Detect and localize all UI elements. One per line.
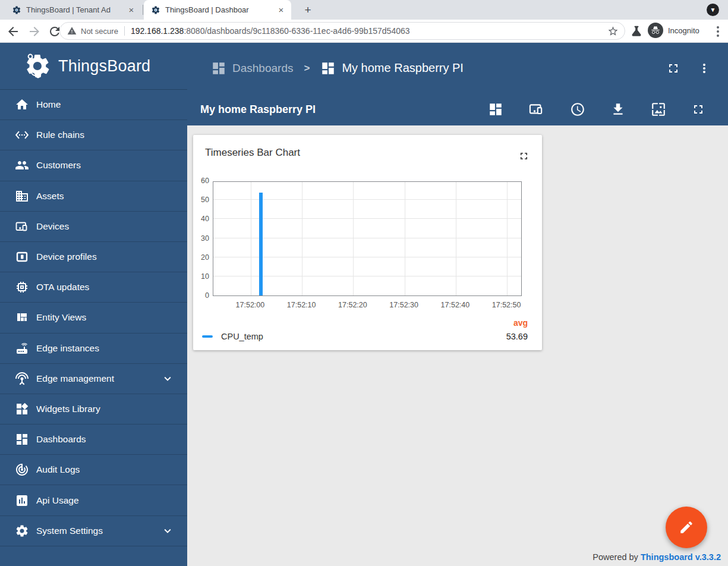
legend-row[interactable]: CPU_temp 53.69 (202, 332, 528, 341)
sidebar-item-dashboards[interactable]: Dashboards (0, 424, 187, 455)
export-download-icon[interactable] (610, 102, 626, 117)
thingsboard-logo[interactable]: ThingsBoard (0, 43, 187, 90)
url-text: 192.168.1.238:8080/dashboards/9c118360-6… (131, 26, 607, 36)
browser-tab-dashboard[interactable]: ThingsBoard | Dashboar × (144, 0, 291, 20)
sidebar-item-home[interactable]: Home (0, 90, 187, 120)
dashboard-image-icon[interactable] (651, 102, 666, 117)
edge-management-icon (15, 372, 29, 386)
thingsboard-favicon-icon (12, 5, 21, 15)
gridline-vertical (251, 182, 251, 295)
ota-updates-icon (15, 280, 29, 294)
thingsboard-logo-icon (23, 52, 52, 80)
fullscreen-icon[interactable] (666, 61, 680, 76)
sidebar-item-ota-updates[interactable]: OTA updates (0, 272, 187, 303)
url-bar[interactable]: Not secure 192.168.1.238:8080/dashboards… (59, 22, 625, 40)
x-axis-tick-label: 17:52:20 (327, 301, 378, 309)
pencil-icon (679, 520, 694, 535)
system-settings-icon (15, 524, 29, 538)
breadcrumb-dashboards[interactable]: Dashboards (211, 61, 293, 76)
browser-tabstrip: ThingsBoard | Tenant Ad × ThingsBoard | … (0, 0, 728, 20)
incognito-badge: Incognito (648, 23, 699, 38)
tab-title: ThingsBoard | Dashboar (165, 5, 276, 14)
x-axis-tick-label: 17:52:30 (379, 301, 430, 309)
dashboards-icon (15, 432, 29, 446)
incognito-label: Incognito (668, 26, 699, 35)
dashboard-toolbar: My home Raspberry PI (187, 93, 728, 125)
home-icon (15, 98, 29, 112)
legend-column-avg: avg (202, 318, 528, 328)
powered-by-text: Powered by (593, 552, 638, 562)
sidebar-item-assets[interactable]: Assets (0, 181, 187, 212)
sidebar-item-widgets-library[interactable]: Widgets Library (0, 394, 187, 424)
series-name: CPU_temp (221, 332, 506, 341)
sidebar-item-edge-instances[interactable]: Edge instances (0, 334, 187, 364)
thingsboard-version-link[interactable]: Thingsboard v.3.3.2 (641, 552, 721, 562)
sidebar-item-audit-logs[interactable]: Audit Logs (0, 455, 187, 485)
gridline-vertical (353, 182, 354, 295)
y-axis-tick-label: 10 (193, 272, 209, 281)
url-path: :8080/dashboards/9c118360-6336-11ec-a4d6… (184, 26, 409, 36)
back-icon[interactable] (6, 24, 20, 39)
fullscreen-icon[interactable] (691, 102, 705, 117)
breadcrumb-separator: > (304, 62, 310, 74)
gridline-vertical (302, 182, 302, 295)
brand-name: ThingsBoard (58, 57, 150, 76)
tab-close-icon[interactable]: × (276, 5, 286, 15)
rule-chains-icon (15, 128, 29, 142)
sidebar-item-entity-views[interactable]: Entity Views (0, 303, 187, 333)
new-tab-button[interactable]: + (301, 3, 315, 17)
sidebar-item-rule-chains[interactable]: Rule chains (0, 120, 187, 150)
chart-legend: avg CPU_temp 53.69 (193, 313, 542, 341)
browser-tab-tenant[interactable]: ThingsBoard | Tenant Ad × (5, 0, 141, 20)
device-profiles-icon (15, 250, 29, 264)
series-color-dash (202, 335, 213, 338)
dashboard-states-icon[interactable] (488, 102, 503, 117)
tab-close-icon[interactable]: × (126, 5, 137, 15)
audit-logs-icon (15, 463, 29, 477)
sidebar-item-device-profiles[interactable]: Device profiles (0, 242, 187, 272)
url-host: 192.168.1.238 (131, 26, 184, 36)
assets-icon (15, 189, 29, 203)
edit-dashboard-fab[interactable] (666, 507, 707, 548)
edge-instances-icon (15, 341, 29, 356)
sidebar-item-system-settings[interactable]: System Settings (0, 516, 187, 546)
incognito-icon (648, 23, 663, 38)
dashboards-icon (211, 61, 226, 76)
customers-icon (15, 158, 29, 172)
y-axis-tick-label: 20 (193, 253, 209, 262)
browser-menu-icon[interactable] (713, 25, 723, 38)
bookmark-star-icon[interactable] (607, 26, 619, 37)
flask-icon[interactable] (630, 24, 644, 39)
not-secure-warning-icon (67, 26, 77, 36)
gridline-vertical (456, 182, 456, 295)
timewindow-icon[interactable] (570, 102, 585, 117)
devices-icon (15, 219, 29, 234)
chart-area: 010203040506017:52:0017:52:1017:52:2017:… (193, 165, 542, 313)
sidebar-item-api-usage[interactable]: Api Usage (0, 485, 187, 515)
sidebar-item-customers[interactable]: Customers (0, 150, 187, 181)
breadcrumb-current: My home Raspberry PI (320, 61, 464, 76)
y-axis-tick-label: 0 (193, 291, 209, 300)
entity-aliases-icon[interactable] (528, 101, 545, 118)
y-axis-tick-label: 30 (193, 234, 209, 243)
more-vert-icon[interactable] (697, 61, 711, 76)
tab-title: ThingsBoard | Tenant Ad (26, 5, 126, 14)
timeseries-bar-chart-widget: Timeseries Bar Chart 010203040506017:52:… (193, 135, 542, 350)
x-axis-tick-label: 17:52:10 (276, 301, 327, 309)
chart-plot (213, 181, 522, 296)
tab-search-button[interactable]: ▼ (707, 4, 719, 16)
sidebar-item-devices[interactable]: Devices (0, 212, 187, 242)
widgets-library-icon (15, 402, 29, 416)
sidebar-item-edge-management[interactable]: Edge management (0, 364, 187, 394)
y-axis-tick-label: 60 (193, 177, 209, 185)
chevron-down-icon (161, 524, 174, 537)
widget-fullscreen-icon[interactable] (518, 150, 530, 162)
security-label: Not secure (81, 27, 118, 36)
data-bar (259, 193, 263, 295)
gridline-vertical (405, 182, 405, 295)
chevron-down-icon (161, 372, 174, 385)
breadcrumb-bar: Dashboards > My home Raspberry PI (187, 43, 728, 93)
series-avg-value: 53.69 (506, 332, 528, 341)
x-axis-tick-label: 17:52:40 (430, 301, 481, 309)
forward-icon[interactable] (27, 24, 42, 39)
